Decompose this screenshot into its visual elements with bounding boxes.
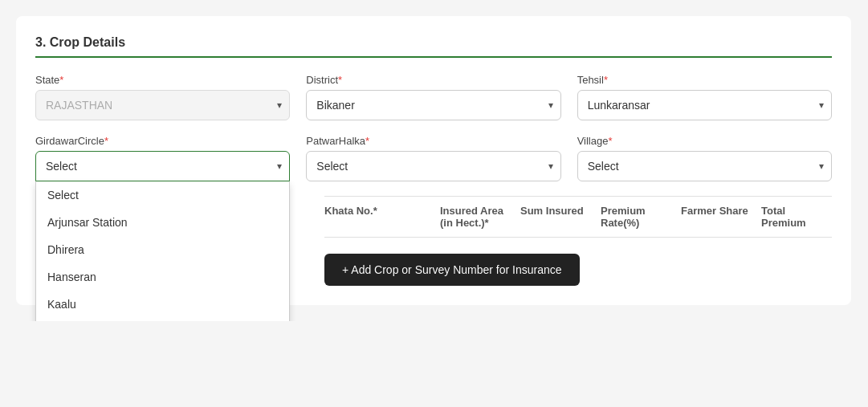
district-select[interactable]: Bikaner	[306, 90, 560, 120]
dropdown-item[interactable]: Hanseran	[36, 263, 289, 291]
dropdown-item[interactable]: Kaalu	[36, 291, 289, 318]
row1: State* RAJASTHAN ▾ District* Bikaner ▾ T…	[35, 74, 832, 120]
girdawar-circle-value: Select	[46, 160, 77, 173]
village-label: Village*	[577, 135, 832, 147]
state-label: State*	[35, 74, 290, 86]
village-select-wrapper: Select ▾	[577, 151, 832, 181]
table-header-col: Insured Area (in Hect.)*	[440, 205, 511, 229]
patwar-halka-group: PatwarHalka* Select ▾	[306, 135, 560, 181]
dropdown-item[interactable]: Kakadwala	[36, 318, 289, 321]
patwar-halka-label: PatwarHalka*	[306, 135, 560, 147]
dropdown-item[interactable]: Dhirera	[36, 236, 289, 263]
add-crop-button[interactable]: + Add Crop or Survey Number for Insuranc…	[324, 254, 580, 286]
table-header-col: Total Premium	[761, 205, 832, 229]
row2: GirdawarCircle* Select ▾ SelectArjunsar …	[35, 135, 832, 181]
table-header-col: Premium Rate(%)	[601, 205, 671, 229]
girdawar-circle-select[interactable]: Select	[35, 151, 290, 181]
state-group: State* RAJASTHAN ▾	[35, 74, 290, 120]
tehsil-label: Tehsil*	[577, 74, 832, 86]
dropdown-item[interactable]: Arjunsar Station	[36, 209, 289, 236]
table-header-row: Khata No.*Insured Area (in Hect.)*Sum In…	[324, 196, 832, 238]
state-select[interactable]: RAJASTHAN	[35, 90, 290, 120]
section-title: 3. Crop Details	[35, 35, 832, 50]
tehsil-group: Tehsil* Lunkaransar ▾	[577, 74, 832, 120]
girdawar-circle-select-wrapper: Select ▾ SelectArjunsar StationDhireraHa…	[35, 151, 290, 181]
bottom-section: Khata No.*Insured Area (in Hect.)*Sum In…	[324, 196, 832, 286]
village-group: Village* Select ▾	[577, 135, 832, 181]
patwar-halka-select[interactable]: Select	[306, 151, 560, 181]
table-header-col: Khata No.*	[324, 205, 430, 229]
village-select[interactable]: Select	[577, 151, 832, 181]
table-header-col: Farmer Share	[681, 205, 752, 229]
state-select-wrapper: RAJASTHAN ▾	[35, 90, 290, 120]
girdawar-circle-label: GirdawarCircle*	[35, 135, 290, 147]
girdawar-circle-group: GirdawarCircle* Select ▾ SelectArjunsar …	[35, 135, 290, 181]
district-select-wrapper: Bikaner ▾	[306, 90, 560, 120]
district-label: District*	[306, 74, 560, 86]
table-header-col: Sum Insured	[520, 205, 591, 229]
tehsil-select[interactable]: Lunkaransar	[577, 90, 832, 120]
add-crop-button-label: + Add Crop or Survey Number for Insuranc…	[342, 263, 562, 276]
tehsil-select-wrapper: Lunkaransar ▾	[577, 90, 832, 120]
section-divider	[35, 56, 832, 58]
girdawar-circle-dropdown: SelectArjunsar StationDhireraHanseranKaa…	[35, 181, 290, 321]
dropdown-item[interactable]: Select	[36, 181, 289, 209]
patwar-halka-select-wrapper: Select ▾	[306, 151, 560, 181]
district-group: District* Bikaner ▾	[306, 74, 560, 120]
crop-details-card: 3. Crop Details State* RAJASTHAN ▾ Distr…	[16, 16, 851, 305]
